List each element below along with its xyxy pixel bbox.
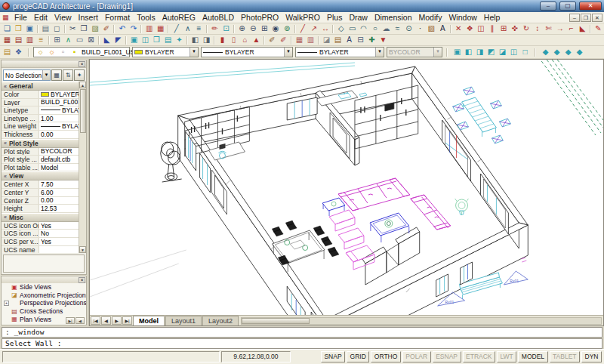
scroll-down-icon[interactable]: ▼ xyxy=(79,246,86,253)
erase-icon[interactable]: ✕ xyxy=(453,24,464,34)
menu-item-view[interactable]: View xyxy=(51,13,76,22)
material-icon[interactable]: ▤ xyxy=(332,35,344,45)
undo-icon[interactable]: ↶ xyxy=(116,24,128,34)
property-value[interactable]: 12.53 xyxy=(39,205,79,212)
chamfer-icon[interactable]: ◣ xyxy=(577,24,588,34)
raise-icon[interactable]: ▲ xyxy=(251,35,262,45)
layer-on-icon[interactable]: ☼ xyxy=(35,48,46,57)
tab-nav-icon-0[interactable]: |◀ xyxy=(91,316,100,325)
maximize-button[interactable]: ▢ xyxy=(559,2,576,11)
view-plan-icon[interactable]: □ xyxy=(519,48,531,57)
print-preview-icon[interactable]: ◻ xyxy=(51,24,63,34)
tab-nav-icon-2[interactable]: ▶ xyxy=(112,316,122,325)
paste-icon[interactable]: ▨ xyxy=(90,24,101,34)
toggle-pickadd-button[interactable]: ✦ xyxy=(74,69,85,81)
property-row[interactable]: UCS per v...Yes xyxy=(2,238,79,246)
section-icon[interactable]: ⊟ xyxy=(355,35,366,45)
ellipse-icon[interactable]: ⊙ xyxy=(403,24,414,34)
status-toggle-tablet[interactable]: TABLET xyxy=(550,351,581,362)
view-right-icon[interactable]: ◩ xyxy=(485,48,497,57)
property-value[interactable]: 7.50 xyxy=(39,180,79,188)
tree-item-axonometric-projections[interactable]: ◪Axonometric Projections xyxy=(2,292,86,300)
status-toggle-esnap[interactable]: ESNAP xyxy=(433,351,461,362)
view-bottom-icon[interactable]: ◧ xyxy=(463,48,474,57)
table-icon[interactable]: ▥ xyxy=(305,35,316,45)
format-painter-icon[interactable]: ✐ xyxy=(101,24,112,34)
opening-icon[interactable]: ⊠ xyxy=(85,35,97,45)
layer-control[interactable]: ☼☼▫▪ BUILD_FL001_US ▼ xyxy=(33,47,130,57)
tab-model[interactable]: Model xyxy=(133,316,165,325)
polygon-icon[interactable]: ◇ xyxy=(335,24,347,34)
text-icon[interactable]: A xyxy=(437,24,448,34)
quick-select-button[interactable]: ⇅ xyxy=(63,69,73,81)
child-close-button[interactable]: ✕ xyxy=(592,14,602,22)
tree-nav-back-icon[interactable]: ◀ xyxy=(76,317,85,324)
property-row[interactable]: Center Z0.00 xyxy=(2,197,79,205)
wall-double-icon[interactable]: ▤ xyxy=(13,35,24,45)
menu-item-modify[interactable]: Modify xyxy=(415,13,445,22)
array-icon[interactable]: ⊞ xyxy=(498,24,510,34)
menu-item-dimension[interactable]: Dimension xyxy=(371,13,415,22)
property-row[interactable]: UCS name xyxy=(2,246,79,254)
status-toggle-ortho[interactable]: ORTHO xyxy=(371,351,401,362)
layer-color-chip-icon[interactable]: ▪ xyxy=(69,48,80,57)
property-row[interactable]: UCS icon ...No xyxy=(2,230,79,238)
tab-nav-icon-3[interactable]: ▶| xyxy=(122,316,132,325)
lineweight-dropdown-arrow[interactable]: ▼ xyxy=(375,48,384,57)
polyline-icon[interactable]: ∧ xyxy=(182,24,193,34)
property-row[interactable]: UCS icon OnYes xyxy=(2,222,79,230)
menu-item-insert[interactable]: Insert xyxy=(75,13,101,22)
scrollbar-thumb[interactable] xyxy=(242,318,310,324)
rotate-icon[interactable]: ↻ xyxy=(520,24,532,34)
status-toggle-etrack[interactable]: ETRACK xyxy=(463,351,495,362)
menu-item-format[interactable]: Format xyxy=(101,13,133,22)
hatch-icon[interactable]: ▧ xyxy=(426,24,437,34)
tree-panel-header[interactable]: ✕ xyxy=(2,276,86,283)
annotate-icon[interactable]: ✐ xyxy=(267,35,278,45)
color-control[interactable]: BYLAYER ▼ xyxy=(132,47,199,57)
drawing-viewport[interactable]: Rx01 Rx01 xyxy=(90,60,603,315)
trim-icon[interactable]: ✄ xyxy=(543,24,554,34)
iso-nw-icon[interactable]: ◆ xyxy=(574,48,585,57)
menu-item-edit[interactable]: Edit xyxy=(30,13,51,22)
view-left-icon[interactable]: ◨ xyxy=(474,48,485,57)
schedule-icon[interactable]: ▦ xyxy=(294,35,305,45)
ray-icon[interactable]: ↗ xyxy=(309,24,320,34)
iso-ne-icon[interactable]: ◆ xyxy=(562,48,574,57)
layout-b-icon[interactable]: ◨ xyxy=(201,35,212,45)
tree-item-cross-sections[interactable]: ▤Cross Sections xyxy=(2,307,86,316)
rectangle-icon[interactable]: ▭ xyxy=(347,24,358,34)
status-toggle-model[interactable]: MODEL xyxy=(518,351,547,362)
palette-section-plot-style[interactable]: «Plot Style xyxy=(2,139,79,148)
save-icon[interactable]: ▣ xyxy=(24,24,35,34)
copy-object-icon[interactable]: ❖ xyxy=(464,24,476,34)
property-row[interactable]: Center X7.50 xyxy=(2,180,79,189)
symbol-icon[interactable]: ✦ xyxy=(174,35,185,45)
model-canvas[interactable]: Rx01 Rx01 xyxy=(90,60,603,315)
scrollbar-thumb[interactable] xyxy=(80,89,86,133)
layout-a-icon[interactable]: ◧ xyxy=(190,35,201,45)
eraser-icon[interactable]: ◪ xyxy=(321,35,332,45)
scale-icon[interactable]: ↕ xyxy=(532,24,543,34)
palette-section-view[interactable]: «View xyxy=(2,171,79,180)
spline-icon[interactable]: ≈ xyxy=(392,24,403,34)
arc-icon[interactable]: ◠ xyxy=(358,24,369,34)
menu-item-help[interactable]: Help xyxy=(480,13,504,22)
child-restore-button[interactable]: ❐ xyxy=(581,14,591,22)
draw-order-icon[interactable]: ▦ xyxy=(155,24,166,34)
view-back-icon[interactable]: ◫ xyxy=(508,48,519,57)
menu-item-file[interactable]: File xyxy=(11,13,31,22)
selection-dropdown[interactable]: No Selection ▼ xyxy=(3,69,51,81)
view-front-icon[interactable]: ◪ xyxy=(497,48,508,57)
property-row[interactable]: Center Y6.00 xyxy=(2,189,79,197)
pan-icon[interactable]: ⊚ xyxy=(282,24,293,34)
wall-icon[interactable]: ▦ xyxy=(2,35,13,45)
status-toggle-snap[interactable]: SNAP xyxy=(321,351,345,362)
tab-layout1[interactable]: Layout1 xyxy=(165,316,202,325)
offset-icon[interactable]: ∥ xyxy=(487,24,498,34)
menu-item-window[interactable]: Window xyxy=(445,13,480,22)
roof-icon[interactable]: ∧ xyxy=(63,35,74,45)
property-row[interactable]: ColorBYLAYER xyxy=(2,91,79,99)
label-icon[interactable]: A xyxy=(344,35,355,45)
redline-pen-icon[interactable]: ✐ xyxy=(278,35,289,45)
